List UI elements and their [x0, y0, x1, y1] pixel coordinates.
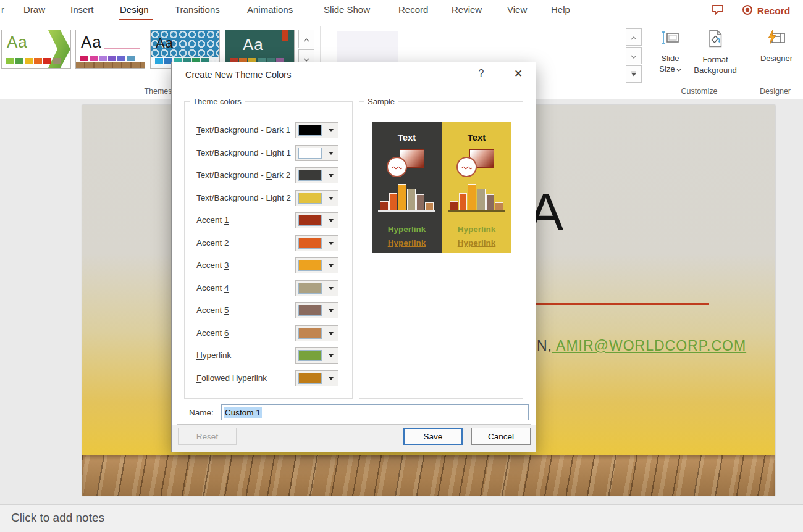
theme-color-label: Text/Background - Dark 1 [196, 125, 290, 135]
slide-subtitle-text: N, AMIR@WORLDCORP.COM [537, 338, 746, 354]
color-swatch-button-accent3[interactable] [295, 257, 338, 273]
format-background-label: Format Background [694, 54, 736, 75]
theme-swatch [15, 58, 23, 64]
variants-scroll-up-button[interactable] [626, 28, 642, 46]
active-tab-underline [119, 19, 153, 20]
save-button[interactable]: Save [403, 428, 463, 445]
sample-chart-bar [407, 189, 416, 210]
theme-color-label: Accent 2 [196, 238, 229, 247]
sample-panel-light: Text Hyperlink Hyperlink [442, 122, 511, 253]
squiggle-icon [392, 162, 403, 173]
theme-color-row: Accent 6 [185, 325, 352, 341]
chevron-down-icon [676, 64, 681, 73]
dropdown-arrow-icon [329, 242, 334, 245]
dropdown-arrow-icon [329, 219, 334, 222]
color-chip [298, 125, 322, 136]
sample-text-dark: Text [372, 132, 442, 143]
theme-swatch [127, 56, 135, 61]
color-swatch-button-accent2[interactable] [295, 235, 338, 251]
color-swatch-button-dark2[interactable] [295, 167, 338, 183]
color-swatch-button-dark1[interactable] [295, 122, 338, 138]
theme-swatch [34, 58, 42, 64]
sample-chart-bar [468, 184, 476, 210]
tab-insert[interactable]: Insert [70, 4, 94, 15]
tab-fragment[interactable]: r [1, 4, 4, 15]
tab-design[interactable]: Design [120, 4, 149, 15]
tab-transitions[interactable]: Transitions [175, 4, 220, 15]
theme-swatch-row [6, 58, 61, 64]
dialog-button-strip: Reset Save Cancel [172, 425, 536, 452]
notes-placeholder: Click to add notes [11, 511, 104, 525]
color-swatch-button-accent1[interactable] [295, 212, 338, 228]
designer-button[interactable]: Designer [755, 27, 798, 86]
sample-chart-bar [477, 189, 486, 210]
theme-colors-group-label: Theme colors [190, 97, 245, 106]
reset-button[interactable]: Reset [178, 428, 237, 445]
sample-circle-shape [456, 157, 477, 177]
sample-chart-bar [416, 194, 425, 210]
subtitle-hyperlink[interactable]: AMIR@WORLDCORP.COM [552, 338, 746, 354]
chevron-up-icon [631, 31, 637, 43]
powerpoint-window: r Draw Insert Design Transitions Animati… [0, 0, 803, 532]
theme-color-row: Accent 5 [185, 302, 352, 318]
sample-circle-shape [387, 157, 407, 177]
color-chip [298, 148, 322, 159]
designer-group-label: Designer [751, 87, 799, 96]
theme-color-row: Hyperlink [185, 347, 352, 364]
tab-review[interactable]: Review [452, 4, 482, 15]
dropdown-arrow-icon [329, 354, 334, 357]
tab-draw[interactable]: Draw [23, 4, 45, 15]
tab-slide-show[interactable]: Slide Show [324, 4, 370, 15]
color-swatch-button-hyperlink[interactable] [295, 347, 338, 364]
sample-followed-hyperlink: Hyperlink [442, 238, 511, 247]
themes-scroll-up-button[interactable] [298, 30, 314, 48]
variant-thumbnail[interactable] [337, 31, 398, 63]
sample-chart-bar [459, 193, 468, 210]
theme-thumbnail-1[interactable]: Aa [1, 30, 71, 69]
sample-chart-bar [380, 201, 389, 210]
name-input-value: Custom 1 [224, 407, 262, 418]
comments-button[interactable] [705, 1, 730, 20]
color-swatch-button-accent5[interactable] [295, 302, 338, 318]
theme-swatch [43, 58, 51, 64]
tab-record[interactable]: Record [398, 4, 428, 15]
record-button[interactable]: Record [735, 1, 797, 20]
name-input[interactable]: Custom 1 [221, 404, 529, 420]
color-swatch-button-accent6[interactable] [295, 325, 338, 341]
variants-more-button[interactable] [626, 65, 642, 83]
color-chip [298, 328, 322, 339]
slide-size-button[interactable]: Slide Size [652, 27, 688, 86]
theme2-accent-line [104, 48, 140, 49]
sample-hyperlink: Hyperlink [442, 225, 511, 234]
dialog-close-button[interactable]: ✕ [510, 67, 526, 82]
tab-view[interactable]: View [507, 4, 527, 15]
notes-pane[interactable]: Click to add notes [0, 504, 803, 532]
tab-animations[interactable]: Animations [247, 4, 293, 15]
format-background-button[interactable]: Format Background [689, 27, 741, 86]
gallery-more-icon [631, 69, 637, 80]
chevron-down-icon [631, 50, 637, 61]
menu-bar: r Draw Insert Design Transitions Animati… [0, 0, 803, 22]
theme-swatch [90, 56, 98, 61]
color-swatch-button-light1[interactable] [295, 145, 338, 161]
variants-scroll-down-button[interactable] [626, 47, 642, 64]
color-swatch-button-accent4[interactable] [295, 280, 338, 296]
color-swatch-button-light2[interactable] [295, 190, 338, 206]
sample-chart-bar [398, 184, 406, 210]
sample-followed-hyperlink: Hyperlink [372, 238, 442, 247]
sample-bar-chart-light [448, 184, 505, 212]
comment-icon [712, 4, 724, 18]
theme-thumbnail-2[interactable]: Aa [75, 30, 145, 69]
dialog-help-button[interactable]: ? [474, 68, 488, 81]
squiggle-icon [461, 162, 473, 173]
dialog-title: Create New Theme Colors [185, 70, 291, 80]
theme-color-label: Accent 4 [196, 283, 229, 293]
theme-swatch [99, 56, 107, 61]
dropdown-arrow-icon [329, 377, 334, 380]
tab-help[interactable]: Help [551, 4, 570, 15]
subtitle-prefix: N, [537, 338, 552, 354]
customize-group-label: Customize [650, 87, 749, 96]
color-swatch-button-followed-hyperlink[interactable] [295, 370, 338, 386]
cancel-button[interactable]: Cancel [471, 428, 531, 445]
ribbon-divider [750, 26, 750, 96]
